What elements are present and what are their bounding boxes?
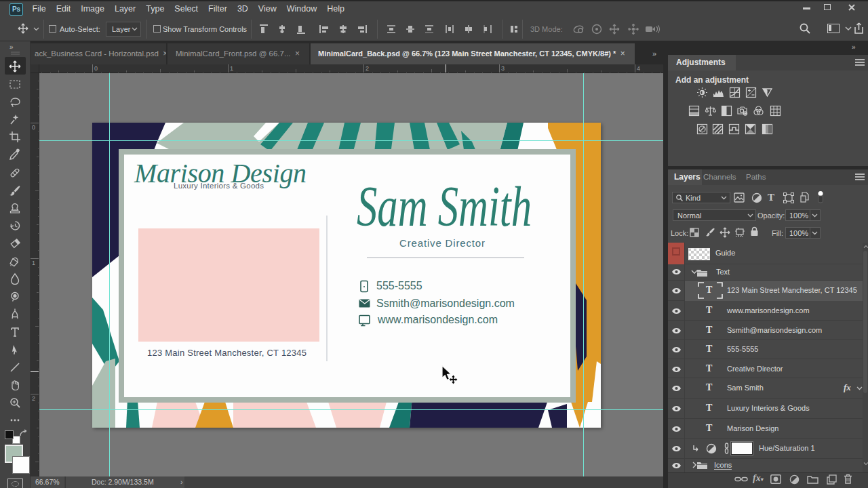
svg-text:555-5555: 555-5555 — [376, 280, 422, 291]
svg-text:Luxury Interiors & Goods: Luxury Interiors & Goods — [174, 182, 264, 190]
svg-text:Creative Director: Creative Director — [399, 237, 485, 249]
svg-text:Ssmith@marisondesign.com: Ssmith@marisondesign.com — [376, 298, 515, 309]
svg-text:Sam Smith: Sam Smith — [357, 175, 532, 238]
svg-text:123 Main Street Manchester, CT: 123 Main Street Manchester, CT 12345 — [147, 348, 307, 358]
svg-text:www.marisondesign.com: www.marisondesign.com — [377, 314, 498, 325]
